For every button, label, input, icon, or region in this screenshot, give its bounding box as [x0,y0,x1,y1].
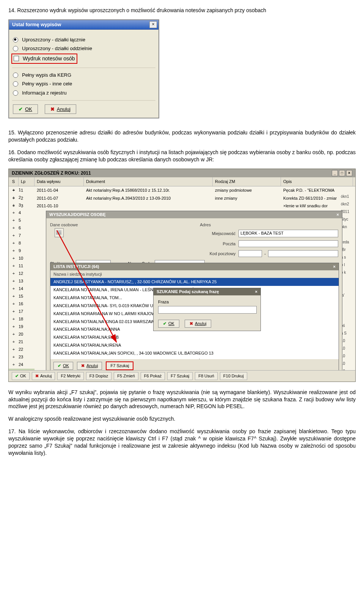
list-item[interactable]: ANDRZEJ SEBASTYANKA - NOTARIUSZ;, , 32-5… [50,278,339,286]
radio-icon [13,73,18,78]
radio-uproszczony-lacznie[interactable]: Uproszczony - działki łącznie [13,36,155,43]
toolbar-button[interactable]: F2 Metryki [57,372,83,380]
para-15: 15. Wyłączono przenoszenie adresu działk… [8,129,356,144]
input-fraza[interactable] [158,306,257,314]
clipped-text: okn [340,224,355,232]
row-marker: +11 [9,262,35,270]
cancel-button[interactable]: ✖Anuluj [45,104,76,114]
dialog-title-text: Ustal formę wypisów [12,21,61,28]
list-item[interactable]: KANCELARIA NOTARIALNA;IRENA [50,341,339,349]
clipped-text: 10 [340,346,355,353]
modal-szukanie-fraza: SZUKANIE Podaj szukaną frazę× Fraza ✔OK … [153,288,261,331]
minimize-icon[interactable]: _ [332,170,338,176]
table-row[interactable]: +12011-01-04Akt notarialny:Rep.A 15868/2… [9,186,355,194]
toolbar-button[interactable]: ✔OK [12,372,30,380]
input-kod[interactable] [238,250,262,257]
radio-uproszczony-oddzielnie[interactable]: Uproszczony - działki oddzielnie [13,45,155,52]
ok-button[interactable]: ✔OK [13,104,38,114]
row-marker: +22 [9,346,35,353]
clipped-text: o l [340,262,355,270]
col-lp: Lp [19,177,35,186]
clipped-text: oś [340,323,355,331]
clipped-text: 10 [340,361,355,369]
toolbar-button[interactable]: F7 Szukaj [167,372,193,380]
window-titlebar: DZIENNIK ZGŁOSZEŃ Z ROKU: 2011 _ □ × [9,169,355,177]
col-rodzaj: Rodzaj ZM [213,177,281,186]
row-marker: +4 [9,209,35,217]
cancel-button[interactable]: ✖Anuluj [185,320,212,328]
clipped-text: ia' [340,293,355,300]
para-17: 17. Na liście wykonawców, odbiorców i rz… [8,428,356,457]
radio-pelny-kerg[interactable]: Pełny wypis dla KERG [13,72,155,79]
row-marker: +17 [9,308,35,316]
row-marker: +23 [9,353,35,361]
toolbar-button[interactable]: F5 Zmień [114,372,138,380]
toolbar-button[interactable]: F8 Usuń [195,372,218,380]
toolbar-button[interactable]: ✖Anuluj [32,372,55,380]
row-marker: +12 [9,270,35,278]
radio-informacja-rejestru[interactable]: Informacja z rejestru [13,90,155,96]
radio-icon [13,46,18,51]
close-icon[interactable]: × [333,264,336,270]
toolbar-button[interactable]: F6 Pokaż [141,372,165,380]
clipped-text [340,300,355,308]
clipped-text: 10 [340,353,355,361]
group-dane-osobowe: Dane osobowe [50,222,188,228]
dialog-ustal-forme: Ustal formę wypisów × Uproszczony - dzia… [8,19,159,118]
para-after-2: W analogiczny sposób realizowane jest wy… [8,415,356,423]
row-marker: +24 [9,361,35,369]
label-fraza: Fraza [158,299,256,305]
close-icon[interactable]: × [346,170,352,176]
clipped-text: 2011 [340,209,355,217]
row-marker: +19 [9,323,35,331]
clipped-text: Styc [340,217,355,224]
check-icon: ✔ [19,106,23,113]
row-marker: +15 [9,293,35,300]
row-marker: +18 [9,316,35,323]
radio-icon [13,90,18,96]
clipped-text [340,308,355,316]
table-row[interactable]: +32011-01-10×lenie w kW snadku dor [9,202,355,210]
radio-icon [13,37,18,43]
clipped-text: o k [340,270,355,278]
ok-button[interactable]: ✔OK [53,362,73,370]
close-icon[interactable]: × [255,289,257,295]
row-marker: +3 [9,202,35,209]
ok-button[interactable]: ✔OK [158,320,179,328]
cross-icon: ✖ [50,106,55,113]
modal-title: WYSZUKAJ/DOPISZ OSOBĘ [49,212,106,218]
clipped-text: a S [340,331,355,338]
f7-szukaj-button[interactable]: F7 Szukaj [106,361,133,370]
dialog-titlebar: Ustal formę wypisów × [9,20,158,30]
table-row[interactable]: +22011-01-07Akt notarialny:Rep.A.3943/20… [9,194,355,202]
checkbox-wydruk-notesow[interactable]: Wydruk notesów osób [11,54,77,64]
cancel-button[interactable]: ✖Anuluj [77,362,102,370]
para-14: 14. Rozszerzono wydruk wypisów uproszczo… [8,7,356,14]
toolbar-button[interactable]: F10 Drukuj [220,372,247,380]
row-marker: +5 [9,217,35,224]
radio-pelny-inne[interactable]: Pełny wypis - inne cele [13,80,155,87]
input-kod2[interactable] [268,250,338,257]
clipped-text: 10 [340,338,355,346]
list-item[interactable]: KANCELARIA NOTARIALNA;ELZB [50,333,339,341]
maximize-icon[interactable]: □ [339,170,345,176]
input-miejscowosc[interactable]: LĘBORK - BAZA TEST [238,230,338,237]
window-buttons: _ □ × [332,170,352,176]
row-marker: +7 [9,232,35,240]
col-data: Data wpływu [35,177,84,186]
col-opis: Opis [281,177,353,186]
clipped-text [340,316,355,323]
close-icon[interactable]: × [337,212,339,218]
close-icon[interactable]: × [149,21,157,28]
clipped-text: zeda [340,240,355,247]
table-header: S Lp Data wpływu Dokument Rodzaj ZM Opis [9,177,355,186]
lookup-button[interactable] [55,228,64,237]
modal-wyszukaj-osobe: WYSZUKAJ/DOPISZ OSOBĘ× Dane osobowe Adre… [46,211,342,382]
clipped-text [340,232,355,240]
toolbar-button[interactable]: F3 Dopisz [86,372,112,380]
input-poczta[interactable] [238,240,338,247]
col-s: S [9,177,19,186]
clipped-text: ókn2 [340,202,355,209]
row-marker: +20 [9,331,35,338]
list-item[interactable]: KANCELARIA NOTARIALNA;JAN SOPICKI, , 34-… [50,349,339,357]
